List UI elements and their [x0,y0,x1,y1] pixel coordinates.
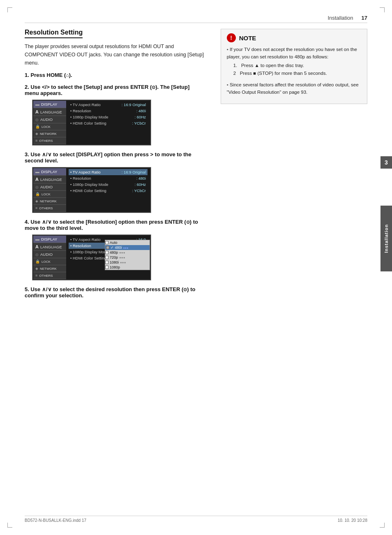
main-content: Resolution Setting The player provides s… [25,29,367,510]
res-item-480i: ✓ 480i ●●● [105,245,150,250]
menu-row-1-3: • 1080p Display Mode : 60Hz [69,114,148,120]
header-page: 17 [362,15,367,21]
step-1-number: 1. [25,72,29,78]
menu-item-display-1: ▬ DISPLAY [33,101,66,108]
note-header: ! NOTE [227,33,361,42]
menu-row-2-4: • HDMI Color Setting : YCbCr [69,188,148,194]
res-checkbox-720p [105,256,108,259]
res-item-1080p: 1080p [105,265,150,270]
step-2-header: 2. Use </> to select the [Setup] and pre… [25,84,204,96]
res-checkbox-1080p [105,266,108,269]
menu-row-2-1: • TV Aspect Ratio : 16:9 Original [69,169,148,175]
menu-item-display-3: ▬ DISPLAY [33,236,66,243]
network-icon-2: ◈ [35,199,38,203]
menu-item-lock-3: 🔒 LOCK [33,258,66,265]
step-1: 1. Press HOME (⌂). [25,72,204,78]
section-title: Resolution Setting [25,29,83,38]
side-tab: Installation [380,206,392,271]
menu-item-lock-2: 🔒 LOCK [33,191,66,198]
step-3: 3. Use ∧/∨ to select [DISPLAY] option th… [25,151,204,213]
step-1-text: Press HOME (⌂). [30,72,72,78]
res-item-480p: 480p ●●● [105,250,150,255]
res-item-1080i: 1080i ●●● [105,260,150,265]
step-5-header: 5. Use ∧/∨ to select the desired resolut… [25,286,204,299]
res-checkbox-480i [106,246,109,249]
step-4-number: 4. [25,219,29,225]
note-sub-list: 1. Press ▲ to open the disc tray. 2 Pres… [233,62,361,78]
lang-icon-3: A [35,244,39,249]
footer-right: 10. 10. 20 10:28 [338,518,367,523]
step-3-number: 3. [25,151,29,157]
lock-icon-3: 🔒 [35,259,40,264]
audio-icon-2: ◎ [35,185,39,189]
step-2-text: Use </> to select the [Setup] and press … [25,84,189,96]
res-checkbox-1080i [105,261,108,264]
note-bullet-1: If your TV does not accept the resolutio… [227,46,361,78]
step-3-text: Use ∧/∨ to select [DISPLAY] option then … [25,151,191,164]
footer-left: BD572-N-BUSALLK-ENG.indd 17 [25,518,86,523]
menu-row-2-3: • 1080p Display Mode : 60Hz [69,181,148,188]
lock-icon-1: 🔒 [35,125,40,129]
menu-item-others-2: ≡ OTHERS [33,205,66,212]
step-4-text: Use ∧/∨ to select the [Resolution] optio… [25,219,198,231]
display-icon-1: ▬ [35,102,39,107]
res-item-720p: 720p ●●● [105,255,150,260]
others-icon-1: ≡ [35,139,37,143]
step-3-header: 3. Use ∧/∨ to select [DISPLAY] option th… [25,151,204,164]
audio-icon-3: ◎ [35,252,39,257]
page-mark-br [380,523,385,528]
menu-row-1-1: • TV Aspect Ratio : 16:9 Original [69,102,148,108]
step-5-number: 5. [25,286,29,292]
page-header: Installation 17 [25,15,367,23]
step-4: 4. Use ∧/∨ to select the [Resolution] op… [25,219,204,280]
res-checkbox-auto [105,241,108,244]
menu-screenshot-2: ▬ DISPLAY A LANGUAGE ◎ AUDIO [32,167,151,213]
menu-item-audio-2: ◎ AUDIO [33,183,66,191]
page-mark-bl [7,523,12,528]
note-bullet-2: Since several factors affect the resolut… [227,81,361,96]
menu-item-lock-1: 🔒 LOCK [33,123,66,130]
menu-item-language-1: A LANGUAGE [33,108,66,116]
network-icon-3: ◈ [35,266,38,271]
menu-item-others-1: ≡ OTHERS [33,137,66,144]
menu-item-network-1: ◈ NETWORK [33,130,66,137]
network-icon-1: ◈ [35,132,38,136]
display-icon-2: ▬ [35,169,39,174]
others-icon-3: ≡ [35,273,37,278]
note-sub-item-2: 2 Press ■ (STOP) for more than 5 seconds… [233,69,361,78]
page-footer: BD572-N-BUSALLK-ENG.indd 17 10. 10. 20 1… [25,516,367,523]
step-5-text: Use ∧/∨ to select the desired resolution… [25,286,196,299]
right-column: ! NOTE If your TV does not accept the re… [221,29,367,304]
lang-icon-1: A [35,109,39,114]
audio-icon-1: ◎ [35,118,39,122]
menu-row-1-4: • HDMI Color Setting : YCbCr [69,120,148,126]
side-tab-number: 3 [380,156,392,169]
res-checkbox-480p [105,251,108,254]
menu-item-language-3: A LANGUAGE [33,243,66,251]
menu-row-1-2: • Resolution : 480i [69,108,148,114]
page-mark-tl [7,7,12,12]
note-title: NOTE [239,35,256,42]
menu-row-2-2: • Resolution : 480i [69,175,148,181]
display-icon-3: ▬ [35,237,39,241]
menu-screenshot-1: ▬ DISPLAY A LANGUAGE ◎ AUDIO [32,100,151,146]
step-5: 5. Use ∧/∨ to select the desired resolut… [25,286,204,299]
menu-item-display-2: ▬ DISPLAY [33,168,66,176]
menu-item-language-2: A LANGUAGE [33,176,66,183]
menu-item-audio-1: ◎ AUDIO [33,116,66,123]
menu-item-network-3: ◈ NETWORK [33,265,66,272]
menu-item-network-2: ◈ NETWORK [33,198,66,205]
left-column: Resolution Setting The player provides s… [25,29,204,304]
note-box: ! NOTE If your TV does not accept the re… [221,29,367,104]
step-2: 2. Use </> to select the [Setup] and pre… [25,84,204,146]
step-2-number: 2. [25,84,29,90]
step-1-header: 1. Press HOME (⌂). [25,72,204,78]
menu-screenshot-3: ▬ DISPLAY A LANGUAGE ◎ AUDIO [32,234,151,280]
intro-text: The player provides several output resol… [25,42,204,67]
menu-item-audio-3: ◎ AUDIO [33,251,66,258]
resolution-submenu: Auto ✓ 480i ●●● 480p [105,240,150,270]
others-icon-2: ≡ [35,206,37,210]
menu-item-others-3: ≡ OTHERS [33,272,66,279]
step-4-header: 4. Use ∧/∨ to select the [Resolution] op… [25,219,204,231]
note-icon: ! [227,33,236,42]
